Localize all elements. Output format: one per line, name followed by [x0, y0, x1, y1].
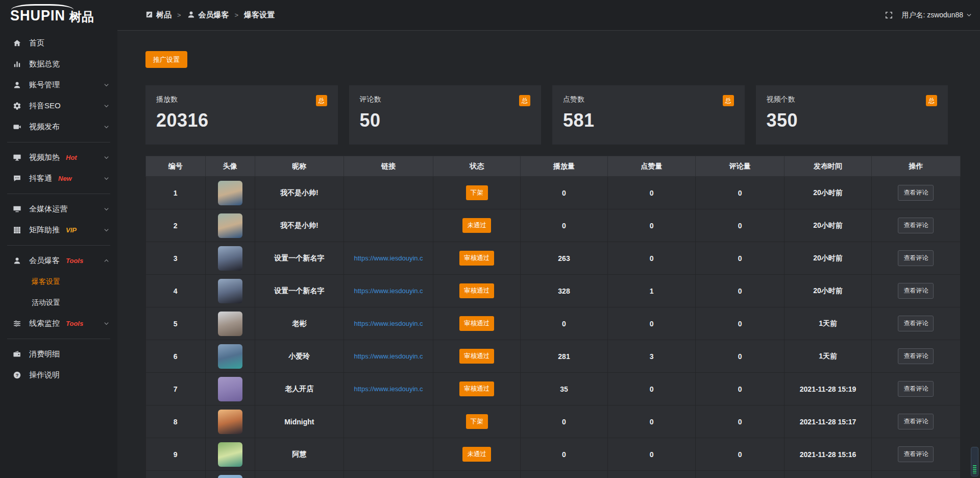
action-cell: 查看评论	[871, 438, 960, 471]
status-cell: 审核通过	[433, 242, 521, 275]
column-header: 头像	[205, 156, 255, 177]
sidebar-item-home[interactable]: 首页	[0, 33, 117, 54]
comments-cell	[696, 471, 785, 478]
stat-card-label: 点赞数	[563, 95, 584, 104]
view-comments-button[interactable]: 查看评论	[898, 446, 934, 462]
sidebar-item-matrix-boost[interactable]: 矩阵助推VIP	[0, 220, 117, 241]
gear-icon	[12, 102, 22, 110]
total-badge: 总	[316, 95, 327, 106]
status-cell: 审核通过	[433, 373, 521, 405]
user-icon	[12, 256, 22, 265]
comments-cell: 0	[696, 307, 785, 340]
column-header: 状态	[433, 156, 521, 177]
sidebar-item-label: 账号管理	[29, 80, 60, 90]
sidebar-item-video-publish[interactable]: 视频发布	[0, 116, 117, 137]
sidebar-item-account-management[interactable]: 账号管理	[0, 75, 117, 95]
action-cell: 查看评论	[871, 373, 960, 405]
video-link[interactable]: https://www.iesdouyin.c	[344, 254, 433, 262]
breadcrumb-item[interactable]: 树品	[145, 10, 172, 20]
status-badge: 审核通过	[459, 251, 494, 266]
likes-cell: 1	[607, 275, 695, 307]
breadcrumb-label: 会员爆客	[199, 10, 229, 20]
nickname-cell: 设置一个新名字	[255, 242, 344, 275]
user-menu[interactable]: 用户名: zswodun88	[901, 11, 972, 20]
topbar: 树品>会员爆客>爆客设置 用户名: zswodun88	[117, 0, 980, 31]
sidebar-subitem-activity-settings[interactable]: 活动设置	[0, 292, 117, 313]
link-cell: https://www.iesdouyin.c	[344, 242, 433, 275]
sidebar-menu: 首页数据总览账号管理抖音SEO视频发布视频加热Hot抖客通New全媒体运营矩阵助…	[0, 29, 117, 386]
wallet-icon	[12, 350, 22, 358]
status-cell: 审核通过	[433, 275, 521, 307]
sidebar-item-data-overview[interactable]: 数据总览	[0, 54, 117, 75]
breadcrumb-separator: >	[177, 11, 181, 19]
videos-table: 编号头像昵称链接状态播放量点赞量评论量发布时间操作 1我不是小帅!下架00020…	[145, 156, 961, 478]
link-cell	[344, 177, 433, 209]
sidebar-item-tag: New	[58, 175, 72, 182]
view-comments-button[interactable]: 查看评论	[898, 185, 934, 201]
video-link[interactable]: https://www.iesdouyin.c	[344, 352, 433, 360]
avatar-cell	[205, 340, 255, 373]
sidebar-subitem-baoke-settings[interactable]: 爆客设置	[0, 271, 117, 292]
fullscreen-icon[interactable]	[885, 11, 893, 19]
status-badge: 未通过	[462, 447, 491, 462]
monitor-icon	[12, 153, 22, 162]
screen-icon	[12, 205, 22, 213]
user-icon	[187, 10, 195, 20]
total-badge: 总	[926, 95, 937, 106]
view-comments-button[interactable]: 查看评论	[898, 381, 934, 397]
sidebar-item-douyin-seo[interactable]: 抖音SEO	[0, 95, 117, 116]
column-header: 操作	[871, 156, 960, 177]
chevron-down-icon	[966, 12, 972, 18]
sidebar-divider	[7, 245, 110, 246]
view-comments-button[interactable]: 查看评论	[898, 283, 934, 299]
link-cell: https://www.iesdouyin.c	[344, 340, 433, 373]
status-badge: 未通过	[462, 218, 491, 233]
sidebar-item-label: 抖客通	[29, 174, 52, 183]
action-cell: 查看评论	[871, 242, 960, 275]
view-comments-button[interactable]: 查看评论	[898, 218, 934, 233]
likes-cell: 0	[607, 242, 695, 275]
published-cell: 20小时前	[785, 209, 872, 242]
chevron-down-icon	[104, 155, 109, 160]
link-cell: https://www.iesdouyin.c	[344, 275, 433, 307]
likes-cell	[607, 471, 695, 478]
avatar	[218, 377, 242, 401]
status-badge: 下架	[466, 185, 488, 200]
video-link[interactable]: https://www.iesdouyin.c	[344, 385, 433, 393]
comments-cell: 0	[696, 373, 785, 405]
nickname-cell: Midnight	[255, 405, 344, 438]
published-cell: 2021-11-28 15:17	[785, 405, 872, 438]
sidebar-item-operation-guide[interactable]: ?操作说明	[0, 365, 117, 386]
published-cell: 1天前	[785, 307, 872, 340]
column-header: 编号	[146, 156, 206, 177]
sidebar-item-douketong[interactable]: 抖客通New	[0, 168, 117, 189]
status-cell: 下架	[433, 405, 521, 438]
sidebar-item-clue-monitor[interactable]: 线索监控Tools	[0, 313, 117, 334]
sidebar-item-media-operation[interactable]: 全媒体运营	[0, 199, 117, 220]
stat-card-label: 播放数	[156, 95, 178, 104]
video-link[interactable]: https://www.iesdouyin.c	[344, 287, 433, 295]
view-comments-button[interactable]: 查看评论	[898, 250, 934, 266]
floating-widget[interactable]	[971, 447, 978, 476]
grid-icon	[12, 226, 22, 234]
topbar-right: 用户名: zswodun88	[885, 11, 972, 20]
breadcrumb-label: 树品	[156, 10, 172, 20]
status-cell: 下架	[433, 177, 521, 209]
view-comments-button[interactable]: 查看评论	[898, 414, 934, 429]
avatar-cell	[205, 242, 255, 275]
promotion-settings-button[interactable]: 推广设置	[145, 51, 187, 68]
sidebar-item-consumption-detail[interactable]: 消费明细	[0, 344, 117, 365]
stat-card: 评论数总50	[349, 85, 542, 145]
sidebar-item-member-baoke[interactable]: 会员爆客Tools	[0, 250, 117, 271]
view-comments-button[interactable]: 查看评论	[898, 316, 934, 331]
sidebar-item-video-heating[interactable]: 视频加热Hot	[0, 147, 117, 168]
comments-cell: 0	[696, 177, 785, 209]
link-cell	[344, 209, 433, 242]
avatar	[218, 312, 242, 336]
video-link[interactable]: https://www.iesdouyin.c	[344, 320, 433, 327]
brand-logo[interactable]: SHUPIN 树品	[0, 0, 117, 29]
breadcrumb-item[interactable]: 会员爆客	[187, 10, 229, 20]
view-comments-button[interactable]: 查看评论	[898, 348, 934, 364]
published-cell	[785, 471, 872, 478]
table-header-row: 编号头像昵称链接状态播放量点赞量评论量发布时间操作	[146, 156, 961, 177]
